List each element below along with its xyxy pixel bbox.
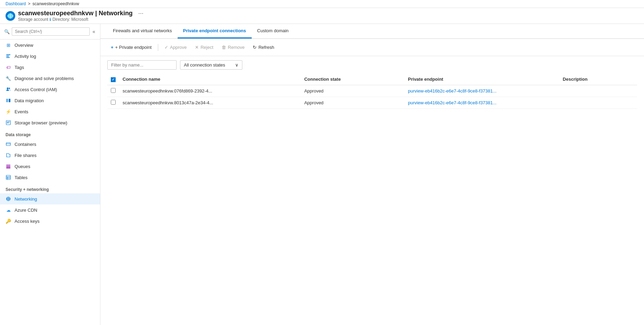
- sidebar-label-access-keys: Access keys: [15, 219, 39, 224]
- cell-connection-state-1: Approved: [301, 97, 405, 108]
- add-private-endpoint-button[interactable]: + + Private endpoint: [107, 43, 155, 52]
- sidebar-label-tags: Tags: [15, 65, 24, 70]
- cell-private-endpoint-0[interactable]: purview-eb416b2c-e6e7-4c8f-9ce8-f37381..…: [404, 85, 559, 97]
- azure-cdn-icon: ☁: [6, 207, 11, 213]
- cell-connection-state-0: Approved: [301, 85, 405, 97]
- file-shares-icon: [6, 152, 11, 158]
- svg-rect-14: [6, 143, 10, 146]
- more-options-button[interactable]: ···: [138, 10, 143, 17]
- remove-icon: 🗑: [222, 45, 226, 50]
- table-area: Connection name Connection state Private…: [100, 74, 644, 325]
- sidebar-item-tags[interactable]: 🏷 Tags: [0, 62, 100, 73]
- sidebar-label-events: Events: [15, 109, 28, 114]
- tab-private-endpoints[interactable]: Private endpoint connections: [178, 24, 252, 38]
- sidebar-label-networking: Networking: [15, 196, 37, 202]
- sidebar-label-tables: Tables: [15, 175, 28, 180]
- sidebar-item-overview[interactable]: ⊞ Overview: [0, 39, 100, 51]
- breadcrumb-dashboard[interactable]: Dashboard: [6, 1, 26, 6]
- filter-row: All connection states ∨: [100, 56, 644, 74]
- col-header-connection-state: Connection state: [301, 74, 405, 85]
- resource-icon: [6, 11, 15, 21]
- toolbar-separator-1: [158, 44, 158, 51]
- reject-label: Reject: [200, 45, 213, 50]
- svg-rect-9: [6, 99, 8, 102]
- sidebar-item-diagnose[interactable]: 🔧 Diagnose and solve problems: [0, 73, 100, 84]
- dropdown-label: All connection states: [184, 62, 225, 68]
- info-icon[interactable]: ℹ: [50, 17, 51, 22]
- sidebar-item-events[interactable]: ⚡ Events: [0, 106, 100, 117]
- breadcrumb-resource: scanwesteuropeedhnkvw: [33, 1, 79, 6]
- refresh-icon: ↻: [253, 45, 257, 50]
- cell-connection-name-0: scanwesteuropeedhnkvw.076fd869-2392-4...: [119, 85, 301, 97]
- row-checkbox-0[interactable]: [111, 88, 116, 93]
- sidebar-label-azure-cdn: Azure CDN: [15, 208, 37, 213]
- cell-private-endpoint-1[interactable]: purview-eb416b2c-e6e7-4c8f-9ce8-f37381..…: [404, 97, 559, 108]
- toolbar: + + Private endpoint ✓ Approve ✕ Reject …: [100, 39, 644, 56]
- refresh-label: Refresh: [258, 45, 274, 50]
- tab-firewalls[interactable]: Firewalls and virtual networks: [107, 24, 178, 38]
- sidebar-item-azure-cdn[interactable]: ☁ Azure CDN: [0, 204, 100, 216]
- sidebar-item-file-shares[interactable]: File shares: [0, 150, 100, 161]
- sidebar: 🔍 « ⊞ Overview Activity log 🏷 Tags 🔧 Dia: [0, 24, 100, 325]
- cell-connection-name-1: scanwesteuropeedhnkvw.8013c47a-2e34-4...: [119, 97, 301, 108]
- access-control-icon: [6, 87, 11, 92]
- remove-button[interactable]: 🗑 Remove: [218, 43, 248, 52]
- svg-rect-5: [6, 56, 9, 56]
- access-keys-icon: 🔑: [6, 218, 11, 224]
- networking-icon: [6, 196, 11, 202]
- sidebar-item-access-keys[interactable]: 🔑 Access keys: [0, 216, 100, 227]
- remove-label: Remove: [228, 45, 244, 50]
- refresh-button[interactable]: ↻ Refresh: [249, 43, 278, 52]
- events-icon: ⚡: [6, 109, 11, 114]
- filter-input[interactable]: [107, 60, 177, 70]
- sidebar-item-storage-browser[interactable]: Storage browser (preview): [0, 117, 100, 128]
- search-input[interactable]: [12, 27, 90, 36]
- section-security-networking: Security + networking: [0, 183, 100, 193]
- sidebar-item-tables[interactable]: Tables: [0, 172, 100, 183]
- sidebar-label-activity-log: Activity log: [15, 54, 36, 59]
- sidebar-label-data-migration: Data migration: [15, 98, 44, 103]
- title-block: scanwesteuropeedhnkvw | Networking ··· S…: [18, 10, 143, 22]
- reject-icon: ✕: [195, 45, 199, 50]
- svg-rect-19: [6, 175, 10, 179]
- chevron-down-icon: ∨: [235, 62, 239, 68]
- data-migration-icon: [6, 98, 11, 103]
- col-header-connection-name: Connection name: [119, 74, 301, 85]
- reject-button[interactable]: ✕ Reject: [191, 43, 217, 52]
- svg-rect-13: [7, 123, 9, 123]
- svg-rect-16: [6, 165, 10, 166]
- collapse-button[interactable]: «: [92, 28, 96, 35]
- connections-table: Connection name Connection state Private…: [107, 74, 637, 109]
- top-bar: scanwesteuropeedhnkvw | Networking ··· S…: [0, 8, 644, 24]
- tabs-bar: Firewalls and virtual networks Private e…: [100, 24, 644, 39]
- svg-rect-10: [9, 99, 10, 102]
- sidebar-item-queues[interactable]: Queues: [0, 161, 100, 172]
- approve-button[interactable]: ✓ Approve: [161, 43, 190, 52]
- content-area: Firewalls and virtual networks Private e…: [100, 24, 644, 325]
- sidebar-item-access-control[interactable]: Access Control (IAM): [0, 84, 100, 95]
- cell-description-0: [559, 85, 637, 97]
- svg-point-7: [7, 88, 9, 89]
- containers-icon: [6, 141, 11, 147]
- svg-rect-4: [6, 54, 10, 55]
- sidebar-label-file-shares: File shares: [15, 153, 37, 158]
- sidebar-label-queues: Queues: [15, 164, 30, 169]
- col-header-private-endpoint: Private endpoint: [404, 74, 559, 85]
- sidebar-item-networking[interactable]: Networking: [0, 193, 100, 204]
- table-row: scanwesteuropeedhnkvw.8013c47a-2e34-4...…: [107, 97, 637, 108]
- sidebar-item-data-migration[interactable]: Data migration: [0, 95, 100, 106]
- row-checkbox-1[interactable]: [111, 100, 116, 105]
- breadcrumb-separator: >: [28, 1, 30, 6]
- sidebar-nav: ⊞ Overview Activity log 🏷 Tags 🔧 Diagnos…: [0, 39, 100, 325]
- connection-state-dropdown[interactable]: All connection states ∨: [180, 60, 242, 70]
- storage-browser-icon: [6, 120, 11, 125]
- sidebar-item-activity-log[interactable]: Activity log: [0, 51, 100, 62]
- resource-subtitle: Storage account ℹ Directory: Microsoft: [18, 17, 143, 22]
- queues-icon: [6, 164, 11, 169]
- select-all-checkbox[interactable]: [111, 77, 116, 82]
- tab-custom-domain[interactable]: Custom domain: [252, 24, 294, 38]
- sidebar-label-containers: Containers: [15, 142, 36, 147]
- directory-label: Directory: Microsoft: [52, 17, 88, 22]
- approve-icon: ✓: [164, 45, 168, 50]
- sidebar-item-containers[interactable]: Containers: [0, 139, 100, 150]
